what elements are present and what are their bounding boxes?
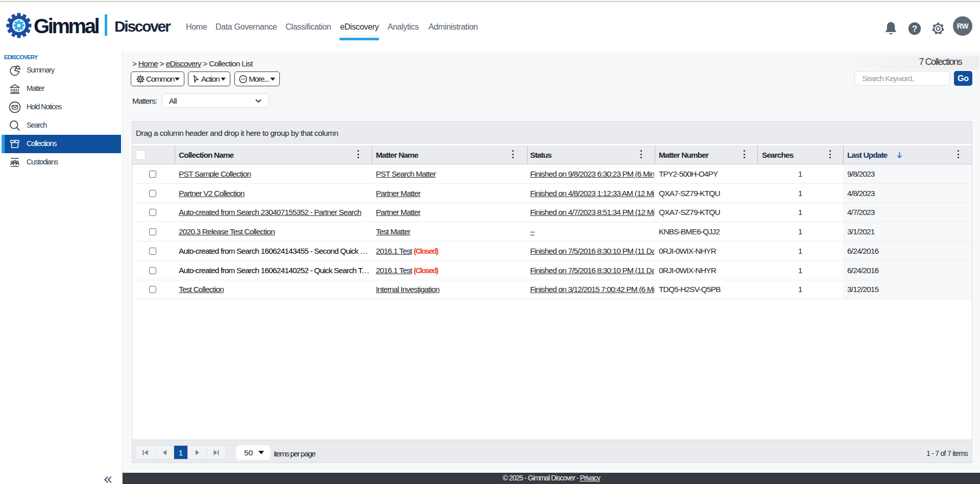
svg-text:?: ? [912, 24, 917, 34]
